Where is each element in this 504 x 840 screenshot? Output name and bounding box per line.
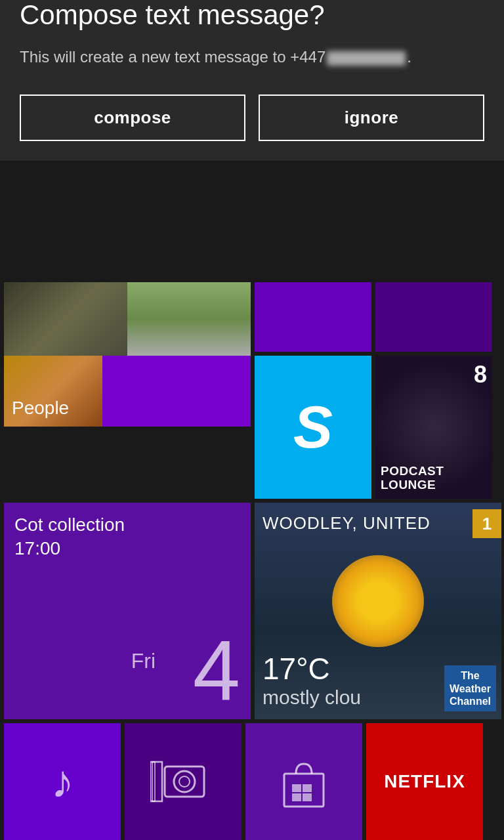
phone-redacted: [327, 51, 406, 66]
tiles-row-3: ♪: [4, 723, 500, 840]
netflix-label: NETFLIX: [384, 771, 465, 792]
tile-music[interactable]: ♪: [4, 723, 121, 840]
calendar-day-label: Fri: [131, 649, 156, 673]
tile-people-label: People: [12, 398, 69, 419]
svg-rect-7: [303, 784, 312, 792]
dialog-body: This will create a new text message to +…: [20, 46, 484, 68]
tile-weather[interactable]: WOODLEY, UNITED 1 17°C mostly clou The W…: [255, 503, 501, 719]
weather-badge: 1: [472, 509, 501, 538]
skype-icon: S: [293, 394, 333, 461]
right-top-row: [255, 282, 492, 352]
weather-temp: 17°C: [262, 651, 330, 686]
dialog-title: Compose text message?: [20, 0, 484, 30]
people-purple-block: [102, 356, 251, 427]
right-bottom-row: S 8 PODCAST LOUNGE: [255, 356, 492, 499]
tile-store[interactable]: [245, 723, 362, 840]
ignore-button[interactable]: ignore: [259, 94, 484, 141]
weather-city: WOODLEY, UNITED: [262, 513, 430, 534]
tile-small-1[interactable]: [255, 282, 371, 352]
tiles-row-1: People S 8 PODCAST LOUNGE: [4, 282, 500, 499]
tile-podcast[interactable]: 8 PODCAST LOUNGE: [375, 356, 492, 499]
dialog-body-text: This will create a new text message to +…: [20, 48, 326, 66]
svg-rect-9: [303, 793, 312, 801]
weather-sun-icon: [332, 555, 424, 647]
dialog-buttons: compose ignore: [20, 94, 484, 141]
svg-point-4: [179, 776, 190, 787]
tile-calendar[interactable]: Cot collection 17:00 Fri 4: [4, 503, 251, 719]
podcast-label: PODCAST LOUNGE: [381, 465, 444, 492]
weather-channel-logo: The Weather Channel: [444, 665, 496, 711]
tile-people[interactable]: People: [4, 282, 251, 427]
camera-icon: [150, 759, 216, 805]
calendar-day-large: 4: [193, 627, 240, 713]
tile-netflix[interactable]: NETFLIX: [366, 723, 483, 840]
store-icon: [278, 754, 330, 810]
compose-button[interactable]: compose: [20, 94, 245, 141]
weather-desc: mostly clou: [262, 686, 361, 709]
people-photo-2: [127, 282, 251, 356]
podcast-badge: 8: [474, 361, 487, 388]
calendar-event: Cot collection 17:00: [14, 513, 240, 561]
svg-point-3: [174, 771, 195, 792]
tiles-row-2: Cot collection 17:00 Fri 4 WOODLEY, UNIT…: [4, 503, 500, 719]
tiles-container: People S 8 PODCAST LOUNGE: [0, 282, 504, 840]
tile-skype[interactable]: S: [255, 356, 371, 499]
people-photo-1: [4, 282, 127, 356]
svg-rect-8: [292, 793, 301, 801]
dialog-overlay: Compose text message? This will create a…: [0, 0, 504, 161]
right-column: S 8 PODCAST LOUNGE: [255, 282, 492, 499]
svg-rect-1: [152, 762, 155, 801]
tile-camera[interactable]: [125, 723, 242, 840]
tile-small-2[interactable]: [375, 282, 492, 352]
music-icon: ♪: [51, 755, 74, 808]
svg-rect-6: [292, 784, 301, 792]
